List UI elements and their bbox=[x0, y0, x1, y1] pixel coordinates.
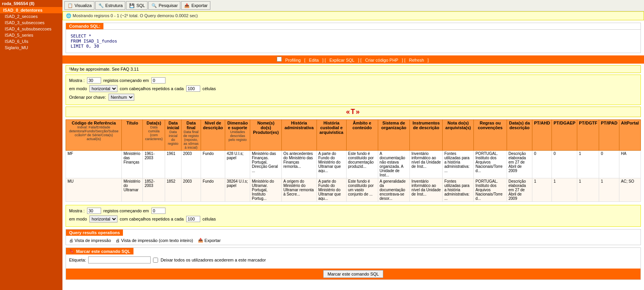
print-icon: 🖨 bbox=[69, 238, 73, 243]
col-titulo: Título bbox=[122, 120, 143, 151]
cell-historia_cust: A parte do Fundo do Ministério do Ultram… bbox=[317, 151, 346, 178]
paging-top: Mostra : registos começando em em modo h… bbox=[66, 75, 641, 105]
estrutura-label: Estrutura bbox=[105, 3, 123, 8]
cell-pt_dgtf: 1 bbox=[577, 151, 599, 178]
cell-pt_ahd: 0 bbox=[532, 151, 552, 178]
em-modo-label: em modo bbox=[69, 86, 87, 91]
col-pt-ahd: PT/AHD bbox=[532, 120, 552, 151]
globe-icon: 🌐 bbox=[66, 13, 71, 18]
cell-produtor: Ministério do Ultramar. Portugal, Instit… bbox=[250, 178, 282, 202]
sidebar-item-isad3[interactable]: ISAD_3_subseccoes bbox=[0, 20, 62, 26]
cabecalhos-label-bottom: com cabeçalhos repetidos a cada bbox=[120, 217, 184, 221]
cell-nota_arq: Fontes utilizadas para a história admini… bbox=[443, 151, 474, 178]
mostra-input-bottom[interactable] bbox=[87, 208, 101, 214]
exportar-icon: 📤 bbox=[184, 2, 190, 9]
col-pt-ipad: PT/IPAD bbox=[599, 120, 619, 151]
cell-titulo: Ministério do Ultramar bbox=[122, 178, 143, 202]
exportar-button[interactable]: 📤 Exportar bbox=[181, 1, 210, 10]
col-datas: Data(s)Data cumúla (com carácteres) bbox=[143, 120, 165, 151]
sql-command-section: Comando SQL: SELECT * FROM ISAD_1_fundos… bbox=[66, 23, 641, 53]
sidebar-item-isad5[interactable]: ISAD_5_series bbox=[0, 32, 62, 38]
profiling-checkbox[interactable] bbox=[277, 57, 282, 62]
mostra-label: Mostra : bbox=[69, 78, 85, 83]
cell-sistema_org: A documentação não estava organizada. A … bbox=[378, 151, 410, 178]
col-instrumentos: Instrumentos de descrição bbox=[410, 120, 443, 151]
refresh-link[interactable]: Refresh bbox=[409, 58, 424, 62]
allow-all-checkbox[interactable] bbox=[153, 258, 158, 263]
cell-ref: MU bbox=[66, 178, 122, 202]
t-logo: «T» bbox=[346, 108, 360, 116]
explicar-sql-link[interactable]: Explicar SQL bbox=[329, 58, 354, 62]
registos-input[interactable] bbox=[151, 77, 165, 84]
cell-ref: MF bbox=[66, 151, 122, 178]
registos-label-bottom: registos começando em bbox=[103, 208, 149, 213]
cell-pt_ipad: 0 bbox=[599, 151, 619, 178]
edita-link[interactable]: Edita bbox=[309, 58, 319, 62]
em-modo-select-bottom[interactable]: horizontal vertical bbox=[89, 215, 117, 222]
sidebar-item-isad2[interactable]: ISAD_2_seccoes bbox=[0, 13, 62, 20]
sidebar-item-isad4[interactable]: ISAD_4_subsubseccoes bbox=[0, 26, 62, 32]
col-historia-adm: História administrativa bbox=[282, 120, 317, 151]
print-full-icon: 🖨 bbox=[116, 238, 120, 243]
cell-regras: PORTUGAL. Instituto dos Arquivos Naciona… bbox=[474, 151, 507, 178]
cabecalhos-input[interactable] bbox=[186, 85, 200, 92]
registos-label: registos começando em bbox=[103, 78, 149, 83]
cell-altportal: AC; SO bbox=[619, 178, 641, 202]
print-view-full-link[interactable]: 🖨 Vista de impressão (com texto inteiro) bbox=[116, 238, 193, 243]
sidebar-item-isad0[interactable]: ISAD_0_detentores bbox=[0, 7, 62, 13]
ordenar-select[interactable]: Nenhum bbox=[109, 94, 134, 101]
print-view-label: Vista de impressão bbox=[75, 238, 111, 243]
faq-text: ¹May be approximate. See FAQ 3.11 bbox=[69, 67, 139, 71]
profiling-label: Profiling bbox=[285, 58, 301, 62]
em-modo-select[interactable]: horizontal vertical bbox=[89, 85, 117, 92]
col-produtor: Nome(s) do(s) Produtor(es) bbox=[250, 120, 282, 151]
bookmark-submit-bar: Marcar este comando SQL bbox=[66, 269, 640, 279]
criar-codigo-link[interactable]: Criar código PHP bbox=[365, 58, 398, 62]
sidebar-title: roda_596554 (8) bbox=[0, 0, 62, 7]
export-link[interactable]: 📤 Exportar bbox=[198, 238, 221, 243]
export-label: Exportar bbox=[205, 238, 221, 243]
cell-data_inicial: 1961 bbox=[165, 151, 181, 178]
em-modo-label-bottom: em modo bbox=[69, 217, 87, 221]
print-view-link[interactable]: 🖨 Vista de impressão bbox=[69, 238, 111, 243]
sidebar-item-isad6[interactable]: ISAD_6_UIs bbox=[0, 38, 62, 44]
cell-datas: 1852-2003 bbox=[143, 178, 165, 202]
table-row: MUMinistério do Ultramar1852-20031852200… bbox=[66, 178, 641, 202]
sql-label: SQL bbox=[136, 3, 145, 8]
sql-button[interactable]: 💾 SQL bbox=[126, 1, 148, 10]
cell-nota_arq: Fontes utilizadas para a história admini… bbox=[443, 178, 474, 202]
table-body: MFMinistério das Finanças1961-2003196120… bbox=[66, 151, 641, 202]
col-data-inicial: Data inicialData inicial do registo bbox=[165, 120, 181, 151]
cell-data_final: 2003 bbox=[181, 151, 201, 178]
cell-nivel: Fundo bbox=[201, 151, 225, 178]
etiqueta-label: Etiqueta: bbox=[69, 258, 86, 262]
visualiza-button[interactable]: 📋 Visualiza bbox=[64, 1, 94, 10]
cell-regras: PORTUGAL. Instituto dos Arquivos Naciona… bbox=[474, 178, 507, 202]
col-ambito: Âmbito e conteúdo bbox=[346, 120, 378, 151]
col-altportal: AltPortal bbox=[619, 120, 641, 151]
cell-pt_dgaep: 1 bbox=[552, 178, 577, 202]
pesquisar-button[interactable]: 🔍 Pesquisar bbox=[148, 1, 180, 10]
registos-input-bottom[interactable] bbox=[151, 208, 165, 214]
etiqueta-input[interactable] bbox=[88, 256, 151, 263]
cabecalhos-input-bottom[interactable] bbox=[186, 216, 200, 222]
cell-pt_dgaep: 0 bbox=[552, 151, 577, 178]
bookmark-icon: 🔖 bbox=[69, 249, 75, 254]
col-sistema-org: Sistema de organização bbox=[378, 120, 410, 151]
col-historia-cust: História custodial e arquivística bbox=[317, 120, 346, 151]
sidebar-item-siglario[interactable]: Siglario_MU bbox=[0, 44, 62, 51]
estrutura-button[interactable]: 🔧 Estrutura bbox=[95, 1, 126, 10]
bookmark-content: Etiqueta: Deixar todos os utilizadores a… bbox=[66, 254, 640, 267]
cell-datas: 1961-2003 bbox=[143, 151, 165, 178]
cell-pt_ipad: 1 bbox=[599, 178, 619, 202]
cell-instrumentos: Inventário informático ao nível da Unida… bbox=[410, 178, 443, 202]
col-ref: Código de Referência Indval: Fala/Entida… bbox=[66, 120, 122, 151]
bookmark-submit-button[interactable]: Marcar este comando SQL bbox=[323, 270, 383, 278]
cell-produtor: Ministério das Finanças. Portugal, Direc… bbox=[250, 151, 282, 178]
cell-data_desc: Descrição elaborada em 27 de Abril de 20… bbox=[507, 178, 532, 202]
cell-ambito: Este fundo é constituído por documentaçã… bbox=[346, 151, 378, 178]
query-results-ops-title: Query results operations bbox=[66, 230, 123, 236]
cabecalhos-label: com cabeçalhos repetidos a cada bbox=[120, 86, 184, 91]
mostra-input[interactable] bbox=[87, 77, 101, 84]
t-logo-area: «T» bbox=[66, 107, 641, 117]
